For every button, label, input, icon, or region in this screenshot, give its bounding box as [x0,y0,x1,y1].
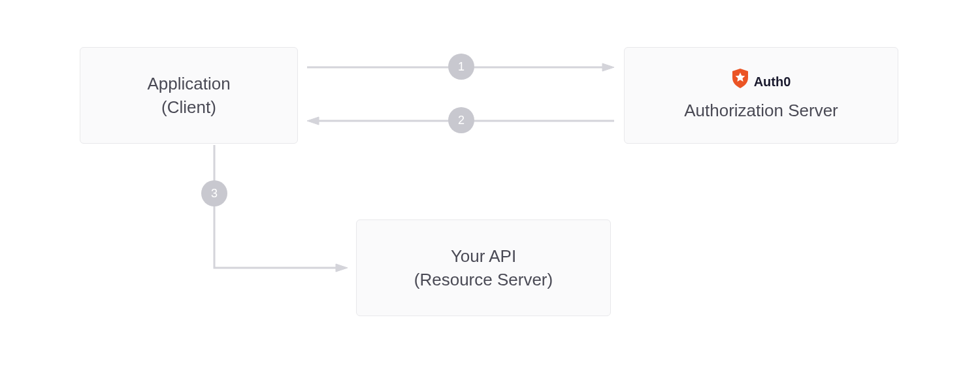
box-application-client: Application (Client) [80,47,298,144]
svg-marker-1 [602,63,614,71]
svg-marker-3 [307,117,319,125]
auth0-brand: Auth0 [732,69,791,94]
box-api-line2: (Resource Server) [414,268,553,291]
step-badge-3-number: 3 [211,187,218,201]
box-auth-label: Authorization Server [684,99,838,122]
step-badge-1-number: 1 [458,60,465,74]
auth0-shield-icon [732,69,749,94]
step-badge-2: 2 [448,107,474,133]
arrow-step-3 [209,145,350,276]
box-client-line1: Application [147,72,230,95]
box-authorization-server: Auth0 Authorization Server [624,47,898,144]
auth0-brand-text: Auth0 [754,73,791,91]
step-badge-3: 3 [201,180,227,206]
step-badge-1: 1 [448,54,474,80]
box-your-api: Your API (Resource Server) [356,219,611,316]
step-badge-2-number: 2 [458,114,465,127]
svg-marker-4 [336,264,348,272]
box-api-line1: Your API [451,244,516,268]
box-client-line2: (Client) [161,95,216,119]
